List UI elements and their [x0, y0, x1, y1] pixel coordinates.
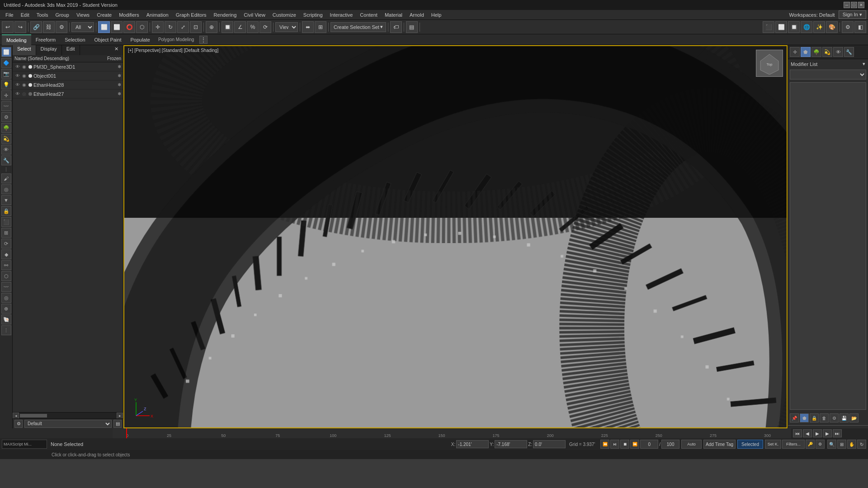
render-icon[interactable]: ◉	[21, 82, 27, 88]
twist-icon[interactable]: ⚯	[1, 260, 11, 270]
percent-snap-button[interactable]: %	[247, 21, 259, 33]
modify-tab-icon[interactable]: ⬟	[801, 47, 811, 57]
menu-interactive[interactable]: Interactive	[326, 11, 357, 19]
menu-file[interactable]: File	[2, 11, 17, 19]
scene-explorer-icon[interactable]: ⬜	[1, 47, 11, 57]
current-frame-display[interactable]: 0	[640, 440, 658, 449]
shell-icon[interactable]: 🐚	[1, 314, 11, 324]
motion-tab-icon[interactable]: 💫	[822, 47, 832, 57]
visibility-icon[interactable]: 👁	[14, 73, 21, 79]
systems-icon[interactable]: ⚙	[1, 112, 11, 122]
space-warps-icon[interactable]: 〰	[1, 101, 11, 111]
zoom-all-button[interactable]: ⊞	[837, 440, 846, 449]
next-frame-button[interactable]: ▶	[823, 429, 832, 437]
tab-populate[interactable]: Populate	[126, 34, 154, 45]
move-icon[interactable]: ⬛	[1, 217, 11, 227]
shapes-icon[interactable]: 🔷	[1, 58, 11, 68]
total-frames-display[interactable]: 100	[661, 440, 679, 449]
menu-modifiers[interactable]: Modifiers	[115, 11, 143, 19]
viewport-layout-button[interactable]: ◧	[854, 21, 866, 33]
scroll-thumb[interactable]	[20, 414, 47, 418]
jump-play-button[interactable]: ⏯	[610, 440, 619, 449]
minimize-button[interactable]: ─	[844, 2, 850, 8]
x-coord[interactable]: -1.201'	[456, 440, 489, 448]
redo-button[interactable]: ↪	[14, 21, 26, 33]
hierarchy-tab-icon[interactable]: 🌳	[1, 123, 11, 133]
render-icon[interactable]: ◉	[21, 73, 27, 79]
tab-select[interactable]: Select	[13, 45, 36, 55]
auto-key-button[interactable]: Auto	[681, 440, 702, 449]
play-button[interactable]: ▶	[813, 429, 822, 437]
mirror-button[interactable]: ⬌	[302, 21, 314, 33]
zoom-button[interactable]: 🔍	[827, 440, 836, 449]
orbit-button[interactable]: ↻	[857, 440, 866, 449]
layer-dropdown[interactable]: Default	[24, 420, 112, 428]
tab-freeform[interactable]: Freeform	[31, 34, 61, 45]
helpers-icon[interactable]: ✛	[1, 90, 11, 100]
undo-button[interactable]: ↩	[2, 21, 14, 33]
pivot-button[interactable]: ⊕	[206, 21, 217, 33]
view-dropdown[interactable]: View	[275, 22, 298, 32]
scroll-right-button[interactable]: ▸	[117, 413, 123, 419]
menu-graph-editors[interactable]: Graph Editors	[172, 11, 210, 19]
sign-in-button[interactable]: Sign In ▾	[839, 10, 866, 19]
lights-icon[interactable]: 💡	[1, 80, 11, 89]
stop-play-button[interactable]: ⏹	[620, 440, 629, 449]
filters-button[interactable]: Filters...	[782, 440, 805, 449]
rotate-button[interactable]: ↻	[165, 21, 176, 33]
snap-toggle-button[interactable]: 🔲	[222, 21, 233, 33]
scene-object-ethanhead27[interactable]: 👁 ◎ EthanHead27 ❄	[13, 89, 123, 99]
named-sel-button[interactable]: 🏷	[390, 21, 402, 33]
link-button[interactable]: 🔗	[30, 21, 42, 33]
material-editor-button[interactable]: 🎨	[826, 21, 838, 33]
sub-toolbar-options[interactable]: ⋮	[199, 36, 208, 44]
menu-scripting[interactable]: Scripting	[300, 11, 326, 19]
lock-icon[interactable]: 🔒	[1, 206, 11, 216]
bend-icon[interactable]: ⟳	[1, 239, 11, 249]
wave-icon[interactable]: 〰	[1, 282, 11, 292]
tab-display[interactable]: Display	[36, 45, 62, 55]
quick-render-button[interactable]: ⬜	[775, 21, 787, 33]
taper-icon[interactable]: ◆	[1, 249, 11, 259]
close-button[interactable]: ✕	[858, 2, 864, 8]
pan-button[interactable]: ✋	[847, 440, 856, 449]
hierarchy-tab-icon[interactable]: 🌳	[811, 47, 821, 57]
isolate-icon[interactable]: ◎	[1, 184, 11, 194]
timeline-playhead[interactable]	[126, 428, 127, 438]
ref-coord-button[interactable]: ⊡	[190, 21, 202, 33]
camera-icon[interactable]: 📷	[1, 69, 11, 79]
time-config-button[interactable]: ⚙	[816, 440, 825, 449]
menu-edit[interactable]: Edit	[17, 11, 33, 19]
tab-selection[interactable]: Selection	[60, 34, 90, 45]
modifier-list-dropdown[interactable]	[790, 70, 866, 80]
scroll-left-button[interactable]: ◂	[13, 413, 19, 419]
save-modifier-button[interactable]: 💾	[840, 413, 849, 422]
paint-icon[interactable]: 🖌	[1, 174, 11, 183]
render-icon[interactable]: ◎	[21, 91, 27, 97]
first-frame-button[interactable]: ⏪	[600, 440, 609, 449]
sort-label[interactable]: Name (Sorted Descending)	[14, 56, 69, 61]
select-circle-button[interactable]: ⭕	[123, 21, 135, 33]
pin-modifier-button[interactable]: 📌	[790, 413, 799, 422]
last-frame-button[interactable]: ⏩	[630, 440, 639, 449]
layer-options-button[interactable]: ⚙	[14, 420, 23, 428]
visibility-icon[interactable]: 👁	[14, 64, 21, 70]
navigation-cube[interactable]: Top	[756, 50, 783, 77]
tab-object-paint[interactable]: Object Paint	[90, 34, 126, 45]
render-setup-button[interactable]: 🔲	[788, 21, 800, 33]
tab-edit[interactable]: Edit	[62, 45, 80, 55]
lock-modifier-button[interactable]: 🔒	[810, 413, 819, 422]
ripple-icon[interactable]: ◎	[1, 293, 11, 303]
menu-views[interactable]: Views	[73, 11, 93, 19]
render-frame-button[interactable]: ⬛	[763, 21, 774, 33]
utilities-tab-icon[interactable]: 🔧	[844, 47, 854, 57]
menu-create[interactable]: Create	[93, 11, 115, 19]
timeline-ruler[interactable]: 0 25 50 75 100 125 150 175 200 225 250 2…	[113, 428, 791, 438]
z-coord[interactable]: 0.0'	[533, 440, 566, 448]
menu-customize[interactable]: Customize	[269, 11, 300, 19]
visibility-icon[interactable]: 👁	[14, 82, 21, 88]
menu-arnold[interactable]: Arnold	[406, 11, 428, 19]
unlink-button[interactable]: ⛓	[43, 21, 55, 33]
display-tab-icon[interactable]: 👁	[833, 47, 843, 57]
y-coord[interactable]: -7.168'	[495, 440, 527, 448]
